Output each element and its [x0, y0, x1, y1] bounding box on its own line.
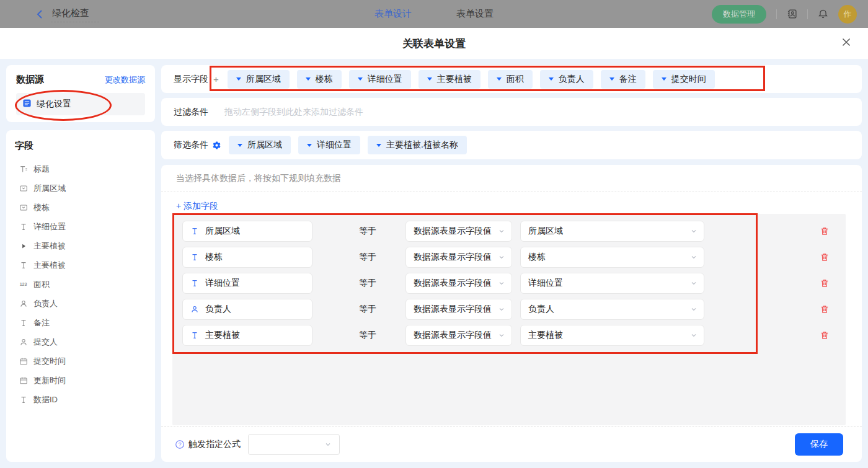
number-icon: 123: [19, 282, 28, 286]
field-item[interactable]: 提交人: [15, 332, 146, 351]
rule-field[interactable]: 负责人: [182, 299, 312, 320]
caret-down-icon: [497, 77, 502, 81]
display-field-tag[interactable]: 所属区域: [228, 70, 290, 89]
rule-field[interactable]: 楼栋: [182, 247, 312, 268]
text-icon: [190, 227, 199, 236]
source-field-select[interactable]: 所属区域: [520, 221, 704, 242]
source-field-select[interactable]: 主要植被: [520, 325, 704, 346]
data-manage-button[interactable]: 数据管理: [712, 5, 766, 24]
field-item[interactable]: 123 面积: [15, 275, 146, 294]
field-item[interactable]: 主要植被: [15, 236, 146, 255]
text-icon: [19, 223, 28, 231]
caret-down-icon: [237, 144, 242, 147]
field-item[interactable]: 备注: [15, 313, 146, 332]
rule-field[interactable]: 详细位置: [182, 273, 312, 294]
field-item[interactable]: 所属区域: [15, 179, 146, 198]
field-item[interactable]: 详细位置: [15, 217, 146, 236]
question-icon[interactable]: ?: [175, 439, 185, 449]
tab-form-settings[interactable]: 表单设置: [456, 8, 494, 20]
chevron-down-icon: [324, 441, 332, 448]
caret-down-icon: [307, 144, 312, 147]
equals-label: 等于: [359, 304, 384, 315]
delete-icon[interactable]: [820, 226, 830, 236]
rules-footer: ? 触发指定公式 保存: [161, 426, 862, 462]
screening-tag[interactable]: 所属区域: [229, 136, 291, 154]
screening-tags: 所属区域 详细位置 主要植被.植被名称: [229, 136, 467, 154]
delete-icon[interactable]: [820, 252, 830, 262]
fill-rules-card: 当选择具体数据后，将按如下规则填充数据 + 添加字段 所属区域 等于 数据源表显…: [161, 165, 862, 462]
caret-down-icon: [306, 77, 311, 81]
field-item[interactable]: 标题: [15, 159, 146, 179]
bell-icon[interactable]: [818, 9, 828, 19]
source-type-select[interactable]: 数据源表显示字段值: [405, 247, 512, 268]
filter-dropzone[interactable]: 拖动左侧字段到此处来添加过滤条件: [224, 107, 363, 118]
person-icon: [19, 299, 28, 308]
source-type-select[interactable]: 数据源表显示字段值: [405, 273, 512, 294]
chevron-down-icon: [690, 227, 698, 235]
display-field-tag[interactable]: 备注: [601, 70, 645, 89]
caret-down-icon: [662, 77, 666, 81]
person-icon: [190, 305, 199, 314]
filter-label: 过滤条件: [174, 107, 208, 118]
field-item[interactable]: 提交时间: [15, 351, 146, 371]
tab-form-design[interactable]: 表单设计: [374, 8, 412, 20]
rule-row: 楼栋 等于 数据源表显示字段值 楼栋: [182, 247, 846, 268]
contact-book-icon[interactable]: [787, 9, 797, 19]
formula-select[interactable]: [248, 434, 340, 455]
chevron-down-icon: [498, 280, 505, 287]
display-field-tag[interactable]: 面积: [488, 70, 533, 89]
display-field-tag[interactable]: 主要植被: [418, 70, 480, 89]
calendar-icon: [19, 376, 28, 385]
divider: [776, 9, 777, 19]
rule-row: 所属区域 等于 数据源表显示字段值 所属区域: [182, 221, 846, 242]
chevron-down-icon: [498, 227, 505, 235]
save-button[interactable]: 保存: [795, 433, 843, 456]
display-field-tag[interactable]: 详细位置: [349, 70, 411, 89]
subform-icon: [19, 242, 28, 250]
datasource-item[interactable]: 绿化设置: [16, 93, 145, 115]
rule-field[interactable]: 主要植被: [182, 325, 312, 346]
source-type-select[interactable]: 数据源表显示字段值: [405, 325, 512, 346]
title-icon: [19, 165, 28, 174]
field-item[interactable]: 楼栋: [15, 198, 146, 217]
equals-label: 等于: [359, 330, 384, 341]
change-datasource-link[interactable]: 更改数据源: [105, 74, 145, 86]
modal-title: 关联表单设置: [402, 37, 466, 51]
rule-row: 主要植被 等于 数据源表显示字段值 主要植被: [182, 325, 846, 346]
svg-text:?: ?: [179, 441, 182, 448]
field-item[interactable]: 更新时间: [15, 371, 146, 390]
gear-icon[interactable]: [212, 141, 221, 150]
caret-down-icon: [549, 77, 554, 81]
source-field-select[interactable]: 负责人: [520, 299, 704, 320]
delete-icon[interactable]: [820, 278, 830, 288]
text-icon: [190, 331, 199, 340]
display-fields-card: 显示字段 + 所属区域 楼栋 详细位置 主要植被 面积 负责人 备注 提交时间: [161, 65, 862, 93]
avatar[interactable]: 作: [838, 5, 857, 24]
screening-label: 筛选条件: [174, 139, 208, 151]
rule-field[interactable]: 所属区域: [182, 221, 312, 242]
source-field-select[interactable]: 楼栋: [520, 247, 704, 268]
screening-tag[interactable]: 主要植被.植被名称: [368, 136, 467, 154]
caret-down-icon: [358, 77, 363, 81]
source-type-select[interactable]: 数据源表显示字段值: [405, 221, 512, 242]
display-field-tag[interactable]: 楼栋: [297, 70, 342, 89]
delete-icon[interactable]: [820, 304, 830, 314]
formula-label: 触发指定公式: [188, 439, 241, 450]
display-field-tag[interactable]: 提交时间: [653, 70, 715, 89]
field-item[interactable]: 负责人: [15, 294, 146, 313]
close-icon[interactable]: [841, 37, 852, 48]
delete-icon[interactable]: [820, 330, 830, 340]
text-icon: [19, 319, 28, 327]
caret-down-icon: [609, 77, 614, 81]
add-display-field-button[interactable]: +: [213, 74, 219, 84]
add-field-link[interactable]: + 添加字段: [176, 201, 218, 212]
field-item[interactable]: 主要植被: [15, 255, 146, 275]
datasource-panel: 数据源 更改数据源 绿化设置: [6, 65, 155, 122]
display-field-tag[interactable]: 负责人: [540, 70, 593, 89]
source-type-select[interactable]: 数据源表显示字段值: [405, 299, 512, 320]
field-item[interactable]: 数据ID: [15, 390, 146, 409]
source-field-select[interactable]: 详细位置: [520, 273, 704, 294]
fields-panel: 字段 标题 所属区域 楼栋 详细位置 主要植被: [6, 130, 155, 462]
screening-tag[interactable]: 详细位置: [298, 136, 360, 154]
rules-panel: 所属区域 等于 数据源表显示字段值 所属区域: [172, 214, 846, 425]
